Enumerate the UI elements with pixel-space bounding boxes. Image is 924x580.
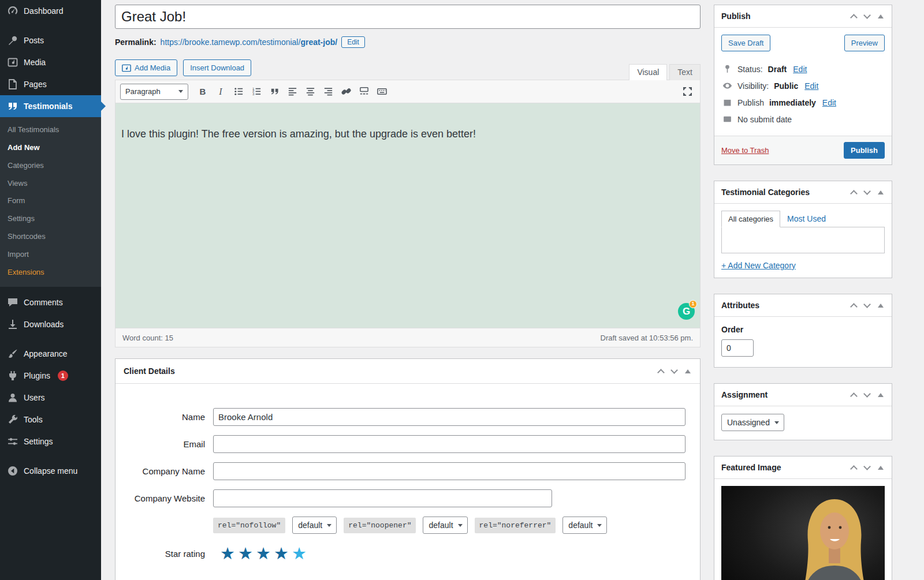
numbered-list-button[interactable]: 123 [248,84,264,99]
categories-box-header[interactable]: Testimonial Categories [714,181,892,204]
publish-box-header[interactable]: Publish [714,5,892,28]
star-icon[interactable]: ★ [220,545,235,562]
rel-nofollow-select[interactable]: default [292,517,337,534]
featured-image-thumbnail[interactable] [721,486,885,580]
category-list-panel[interactable] [721,227,885,253]
tab-visual[interactable]: Visual [629,64,667,80]
submenu-item-views[interactable]: Views [0,175,101,193]
submenu-item-extensions[interactable]: Extensions [0,264,101,282]
insert-download-button[interactable]: Insert Download [183,59,251,76]
edit-schedule-link[interactable]: Edit [822,98,836,107]
edit-permalink-button[interactable]: Edit [341,36,365,48]
assignment-select[interactable]: Unassigned [721,414,784,431]
star-icon[interactable]: ★ [256,545,271,562]
move-up-icon[interactable] [657,369,665,376]
collapse-toggle-icon[interactable] [878,393,884,397]
publish-button[interactable]: Publish [844,142,885,159]
submenu-item-categories[interactable]: Categories [0,157,101,175]
blockquote-button[interactable] [266,84,282,99]
numbered-list-icon: 123 [251,86,262,97]
align-center-button[interactable] [302,84,318,99]
bold-button[interactable]: B [195,84,211,99]
permalink-link[interactable]: https://brooke.tamewp.com/testimonial/gr… [161,38,338,47]
collapse-toggle-icon[interactable] [878,14,884,18]
fullscreen-button[interactable] [679,84,695,99]
sidebar-item-media[interactable]: Media [0,51,101,73]
move-to-trash-link[interactable]: Move to Trash [721,146,769,155]
star-icon[interactable]: ★ [274,545,289,562]
submenu-item-add-new[interactable]: Add New [0,139,101,157]
star-icon[interactable]: ★ [238,545,253,562]
move-up-icon[interactable] [850,465,858,473]
save-draft-button[interactable]: Save Draft [721,35,770,51]
sidebar-item-comments[interactable]: Comments [0,291,101,313]
move-down-icon[interactable] [863,301,871,308]
collapse-menu-button[interactable]: Collapse menu [0,460,101,482]
bulleted-list-button[interactable] [230,84,247,99]
assignment-box-header[interactable]: Assignment [714,384,892,406]
move-down-icon[interactable] [670,366,678,374]
post-title-input[interactable] [115,5,701,29]
add-media-button[interactable]: Add Media [115,59,177,76]
italic-button[interactable]: I [213,84,229,99]
company-website-field[interactable] [213,489,552,507]
align-right-button[interactable] [320,84,336,99]
collapse-toggle-icon[interactable] [878,190,884,194]
add-new-category-link[interactable]: + Add New Category [721,261,796,270]
collapse-toggle-icon[interactable] [685,369,691,373]
align-left-button[interactable] [284,84,300,99]
link-button[interactable] [338,84,354,99]
paragraph-format-select[interactable]: Paragraph [120,84,188,100]
move-down-icon[interactable] [863,463,871,470]
sidebar-item-testimonials[interactable]: Testimonials [0,95,101,117]
sidebar-item-plugins[interactable]: Plugins 1 [0,365,101,387]
move-up-icon[interactable] [850,190,858,197]
chevron-down-icon [597,524,602,527]
collapse-toggle-icon[interactable] [878,466,884,470]
sidebar-item-settings[interactable]: Settings [0,431,101,452]
move-down-icon[interactable] [863,188,871,195]
move-up-icon[interactable] [850,14,858,21]
name-field[interactable] [213,408,685,426]
preview-button[interactable]: Preview [844,35,885,51]
move-down-icon[interactable] [863,12,871,19]
collapse-toggle-icon[interactable] [878,304,884,308]
more-tag-button[interactable] [356,84,372,99]
rel-attributes-row: rel="nofollow" default rel="noopener" de… [129,517,686,534]
sidebar-item-downloads[interactable]: Downloads [0,313,101,335]
submenu-item-import[interactable]: Import [0,246,101,264]
company-name-field[interactable] [213,462,685,480]
sidebar-item-tools[interactable]: Tools [0,409,101,431]
order-input[interactable] [721,339,754,357]
publish-time-label: Publish [737,98,764,107]
attributes-box-header[interactable]: Attributes [714,294,892,317]
rel-noopener-select[interactable]: default [423,517,467,534]
grammarly-icon[interactable]: G 1 [678,303,695,320]
tab-most-used[interactable]: Most Used [780,211,833,227]
submenu-item-all-testimonials[interactable]: All Testimonials [0,121,101,139]
star-icon[interactable]: ★ [292,545,307,562]
sidebar-item-users[interactable]: Users [0,387,101,409]
submenu-item-settings[interactable]: Settings [0,210,101,228]
edit-visibility-link[interactable]: Edit [804,81,818,91]
submenu-item-form[interactable]: Form [0,192,101,210]
client-details-header[interactable]: Client Details [116,359,700,384]
sidebar-item-posts[interactable]: Posts [0,29,101,51]
submenu-item-shortcodes[interactable]: Shortcodes [0,228,101,246]
sidebar-item-pages[interactable]: Pages [0,73,101,95]
visual-editor: Paragraph B I 123 I love this plugin! Th… [115,80,701,347]
editor-content-area[interactable]: I love this plugin! The free version is … [116,103,700,328]
keyboard-shortcuts-button[interactable] [374,84,390,99]
move-down-icon[interactable] [863,390,871,398]
tab-all-categories[interactable]: All categories [721,211,780,227]
plugin-icon [7,370,18,381]
sidebar-item-appearance[interactable]: Appearance [0,343,101,365]
edit-status-link[interactable]: Edit [793,65,807,74]
rel-noreferrer-select[interactable]: default [562,517,607,534]
email-field[interactable] [213,435,685,453]
featured-image-box-header[interactable]: Featured Image [714,456,892,479]
sidebar-item-dashboard[interactable]: Dashboard [0,0,101,22]
move-up-icon[interactable] [850,392,858,400]
move-up-icon[interactable] [850,303,858,310]
tab-text[interactable]: Text [669,64,701,80]
